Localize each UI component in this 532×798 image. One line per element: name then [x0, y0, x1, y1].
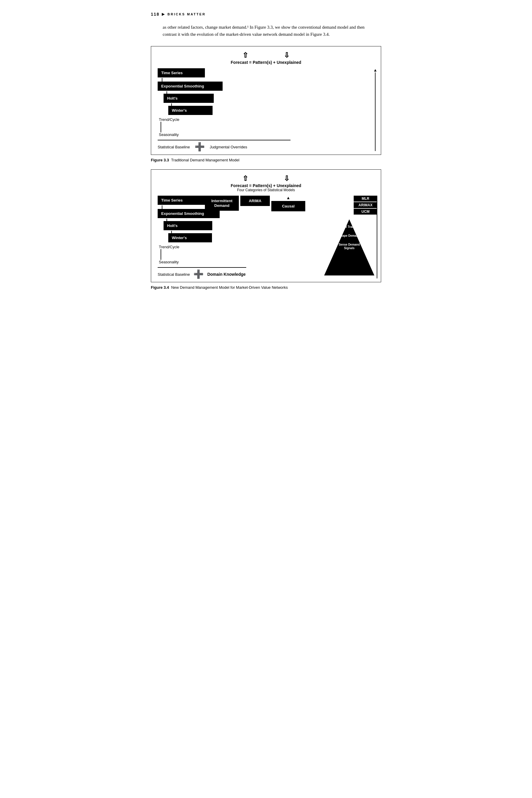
- time-series-box-34: Time Series: [158, 196, 205, 205]
- demand-translation-label: Demand Translation: [335, 225, 363, 229]
- connector-34-v1: [162, 205, 163, 209]
- figure-3-4-container: ⇧ ⇩ Forecast = Pattern(s) + Unexplained …: [151, 169, 381, 282]
- figure-3-3-container: ⇧ ⇩ Forecast = Pattern(s) + Unexplained …: [151, 46, 381, 155]
- connector-v4: [160, 122, 161, 132]
- causal-arrow-up: ▲: [286, 196, 290, 200]
- shape-demand-label: Shape Demand: [339, 234, 360, 238]
- seasonality-label-34: Seasonality: [159, 260, 246, 264]
- stat-baseline-34: Statistical Baseline: [158, 272, 190, 277]
- triangle-labels: Demand Translation Shape Demand Sense De…: [321, 225, 377, 250]
- forecast-arrows-34: ⇧ ⇩: [155, 175, 377, 183]
- winters-box-34: Winter's: [168, 233, 212, 242]
- holts-box-33: Holt's: [164, 94, 214, 103]
- forecast-formula-33: Forecast = Pattern(s) + Unexplained: [155, 60, 377, 65]
- time-series-box-33: Time Series: [158, 68, 205, 77]
- header-arrow: ▶: [162, 12, 165, 16]
- intermittent-demand-box: Intermittent Demand: [205, 196, 239, 211]
- stat-baseline-33: Statistical Baseline: [158, 145, 190, 149]
- mlr-box: MLR: [354, 196, 377, 202]
- page-header: 118 ▶ BRICKS MATTER: [151, 12, 381, 17]
- fig34-main-diagram: Time Series Exponential Smoothing Holt's…: [155, 196, 377, 278]
- right-small-boxes: MLR ARIMAX UCM: [354, 196, 377, 215]
- holts-box-34: Holt's: [164, 221, 212, 230]
- fig33-left-col: Time Series Exponential Smoothing Holt's…: [155, 68, 290, 151]
- connector-34-v3: [171, 231, 172, 233]
- forecast-header-34: ⇧ ⇩ Forecast = Pattern(s) + Unexplained …: [155, 175, 377, 192]
- winters-box-33: Winter's: [168, 106, 213, 115]
- fig34-top-boxes: Intermittent Demand ARIMA ▲ Causal: [205, 196, 305, 211]
- bottom-row-34: Statistical Baseline ➕ Domain Knowledge: [158, 267, 246, 278]
- page-number: 118: [151, 12, 159, 17]
- body-paragraph: as other related factors, change market …: [163, 24, 375, 38]
- forecast-arrows-33: ⇧ ⇩: [155, 51, 377, 59]
- fig34-caption: Figure 3.4 New Demand Management Model f…: [151, 285, 381, 290]
- arrow-up-34: ⇧: [242, 175, 248, 183]
- causal-section: ▲ Causal: [271, 196, 305, 211]
- connector-v2: [167, 91, 167, 94]
- forecast-header-33: ⇧ ⇩ Forecast = Pattern(s) + Unexplained: [155, 51, 377, 65]
- fig33-caption: Figure 3.3 Traditional Demand Management…: [151, 158, 381, 162]
- arrow-down-34: ⇩: [284, 175, 290, 183]
- seasonality-label-33: Seasonality: [159, 132, 290, 137]
- four-categories-label: Four Categories of Statistical Models: [155, 188, 377, 192]
- exp-smooth-box-33: Exponential Smoothing: [158, 81, 223, 91]
- connector-v1: [162, 78, 163, 81]
- triangle-container: Demand Translation Shape Demand Sense De…: [321, 216, 377, 278]
- fig34-right-section: MLR ARIMAX UCM Demand Translation Shape …: [324, 196, 377, 278]
- judgmental-label-33: Judgmental Overrides: [210, 145, 247, 149]
- domain-knowledge-label: Domain Knowledge: [207, 272, 246, 277]
- fig33-diagram: Time Series Exponential Smoothing Holt's…: [155, 68, 377, 151]
- plus-icon-33: ➕: [194, 143, 205, 151]
- bottom-row-33: Statistical Baseline ➕ Judgmental Overri…: [158, 140, 290, 151]
- connector-34-v2: [167, 219, 167, 221]
- causal-box-34: Causal: [271, 201, 305, 211]
- connector-v3: [171, 104, 172, 106]
- fig33-right-line: ▲: [373, 68, 377, 151]
- trend-cycle-label-33: Trend/Cycle: [159, 117, 290, 122]
- connector-34-v4: [160, 249, 161, 260]
- arimax-box: ARIMAX: [354, 202, 377, 208]
- forecast-formula-34: Forecast = Pattern(s) + Unexplained: [155, 183, 377, 188]
- arrow-up-33: ⇧: [242, 51, 248, 59]
- plus-icon-34: ➕: [193, 270, 204, 278]
- arima-box: ARIMA: [240, 196, 270, 206]
- fig34-right-line: [377, 196, 377, 278]
- sense-demand-label: Sense Demand Signals: [335, 243, 364, 250]
- brand-name: BRICKS MATTER: [167, 13, 206, 16]
- arrow-down-33: ⇩: [284, 51, 290, 59]
- trend-cycle-label-34: Trend/Cycle: [159, 245, 246, 249]
- ucm-box: UCM: [354, 208, 377, 215]
